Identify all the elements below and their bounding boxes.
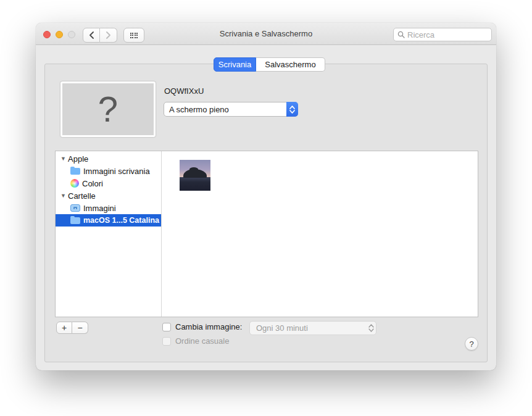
- tab-bar: Scrivania Salvaschermo: [214, 57, 325, 72]
- change-image-row: Cambia immagine:: [162, 322, 242, 331]
- disclosure-triangle-icon[interactable]: ▼: [60, 193, 68, 199]
- sidebar-item-macos-catalina-selected[interactable]: macOS 1...5 Catalina: [56, 214, 161, 227]
- disclosure-triangle-icon[interactable]: ▼: [60, 156, 68, 162]
- wallpaper-browser: ▼ Apple Immagini scrivania Colori ▼ Cart…: [55, 151, 478, 317]
- source-list: ▼ Apple Immagini scrivania Colori ▼ Cart…: [56, 151, 162, 317]
- help-button[interactable]: ?: [465, 337, 478, 351]
- item-label: Colori: [82, 179, 103, 188]
- sidebar-group-cartelle[interactable]: ▼ Cartelle: [56, 189, 161, 202]
- random-order-checkbox-disabled: [162, 337, 171, 346]
- wallpaper-preview: ?: [60, 81, 156, 137]
- fit-mode-dropdown[interactable]: A schermo pieno: [164, 102, 298, 117]
- change-image-label: Cambia immagine:: [175, 322, 242, 331]
- search-icon: [397, 31, 405, 38]
- wallpaper-thumbnail-catalina[interactable]: [180, 160, 210, 191]
- add-remove-group: + −: [56, 322, 88, 334]
- folder-icon: [70, 217, 80, 224]
- group-label: Apple: [68, 154, 88, 164]
- interval-value: Ogni 30 minuti: [256, 323, 308, 333]
- add-folder-button[interactable]: +: [56, 322, 72, 334]
- wallpaper-name: OQWfIXxU: [164, 86, 204, 96]
- desktop-pane: ? OQWfIXxU A schermo pieno ▼ Apple: [44, 64, 488, 362]
- screen: Scrivania e Salvaschermo Ricerca Scrivan…: [0, 0, 532, 416]
- stepper-arrows-icon: [286, 102, 298, 117]
- random-order-label: Ordine casuale: [175, 336, 229, 346]
- stepper-arrows-icon: [365, 321, 376, 335]
- group-label: Cartelle: [68, 191, 96, 201]
- tab-scrivania[interactable]: Scrivania: [214, 57, 256, 72]
- sidebar-item-immagini-scrivania[interactable]: Immagini scrivania: [56, 165, 161, 177]
- color-wheel-icon: [70, 179, 79, 188]
- island-silhouette: [183, 169, 207, 178]
- item-label: Immagini scrivania: [83, 167, 150, 176]
- change-image-checkbox[interactable]: [162, 323, 171, 331]
- sidebar-group-apple[interactable]: ▼ Apple: [56, 152, 161, 165]
- titlebar[interactable]: Scrivania e Salvaschermo Ricerca: [36, 23, 496, 45]
- item-label: macOS 1...5 Catalina: [83, 216, 159, 225]
- sidebar-item-colori[interactable]: Colori: [56, 177, 161, 189]
- random-order-row: Ordine casuale: [162, 336, 229, 346]
- search-placeholder: Ricerca: [407, 30, 434, 40]
- fit-mode-value: A schermo pieno: [169, 105, 229, 114]
- sidebar-item-immagini[interactable]: Immagini: [56, 202, 161, 214]
- preferences-window: Scrivania e Salvaschermo Ricerca Scrivan…: [36, 23, 496, 370]
- remove-folder-button[interactable]: −: [72, 322, 88, 334]
- photos-icon: [70, 204, 80, 212]
- search-input[interactable]: Ricerca: [393, 28, 492, 41]
- missing-image-placeholder: ?: [98, 91, 118, 127]
- item-label: Immagini: [83, 204, 116, 213]
- tab-salvaschermo[interactable]: Salvaschermo: [256, 57, 325, 72]
- interval-dropdown-disabled: Ogni 30 minuti: [249, 321, 376, 335]
- folder-icon: [70, 168, 80, 175]
